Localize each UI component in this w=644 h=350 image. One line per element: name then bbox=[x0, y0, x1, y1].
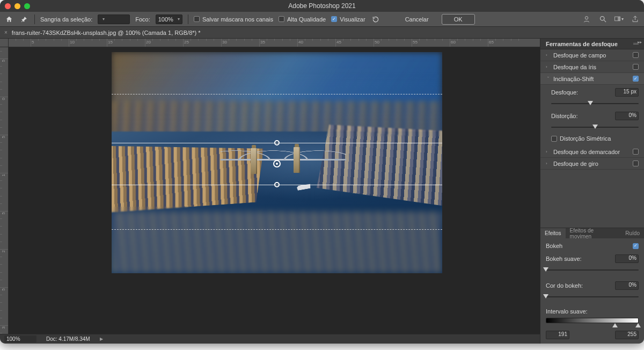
canvas[interactable] bbox=[9, 47, 540, 334]
tilt-shift-controls: Desfoque: 15 px Distorção: 0% Distorção … bbox=[540, 85, 644, 146]
selection-bleed-label: Sangria da seleção: bbox=[40, 16, 92, 23]
save-mask-checkbox[interactable]: Salvar máscara nos canais bbox=[194, 16, 273, 23]
path-blur-section[interactable]: ›Desfoque do demarcador bbox=[540, 146, 644, 158]
document-tab-label: frans-ruiter-743SKdZBsHk-unsplash.jpg @ … bbox=[12, 30, 201, 36]
maximize-icon[interactable] bbox=[24, 3, 30, 9]
tiltshift-handle-bottom[interactable] bbox=[274, 182, 280, 187]
light-range-label: Intervalo suave: bbox=[546, 308, 639, 315]
light-bokeh-label: Bokeh suave: bbox=[546, 256, 582, 262]
bokeh-color-label: Cor do bokeh: bbox=[546, 282, 583, 289]
bokeh-color-slider[interactable] bbox=[546, 294, 639, 300]
tiltshift-center-pin[interactable] bbox=[273, 160, 281, 167]
tab-noise[interactable]: Ruído bbox=[621, 228, 644, 238]
ruler-horizontal: 05101520253035404550556065 bbox=[9, 39, 540, 47]
doc-size-label: Doc: 4.17M/8.34M bbox=[46, 336, 90, 342]
tab-effects[interactable]: Efeitos bbox=[540, 228, 566, 238]
distortion-label: Distorção: bbox=[551, 113, 578, 119]
options-bar: Sangria da seleção: ▾ Foco: 100%▾ Salvar… bbox=[0, 12, 644, 27]
reset-icon[interactable] bbox=[371, 14, 380, 24]
selection-bleed-field[interactable]: ▾ bbox=[98, 14, 130, 24]
share-icon[interactable] bbox=[630, 14, 640, 24]
bokeh-checkbox[interactable] bbox=[633, 243, 639, 249]
light-range-low-field[interactable]: 191 bbox=[546, 331, 569, 339]
focus-label: Foco: bbox=[135, 16, 150, 23]
titlebar: Adobe Photoshop 2021 bbox=[0, 0, 644, 12]
svg-point-1 bbox=[600, 17, 604, 21]
iris-blur-section[interactable]: ›Desfoque da íris bbox=[540, 61, 644, 73]
home-icon[interactable] bbox=[4, 14, 14, 24]
blur-value-field[interactable]: 15 px bbox=[615, 88, 639, 97]
distortion-slider[interactable] bbox=[551, 125, 639, 130]
spin-blur-section[interactable]: ›Desfoque de giro bbox=[540, 158, 644, 170]
tiltshift-outer-top[interactable] bbox=[112, 94, 442, 94]
tiltshift-handle-top[interactable] bbox=[274, 140, 280, 145]
blur-tools-panel-header: Ferramentas de desfoque bbox=[540, 39, 644, 49]
ruler-vertical: 050515253545 bbox=[0, 47, 9, 334]
light-range-high-field[interactable]: 255 bbox=[615, 331, 639, 339]
ok-button[interactable]: OK bbox=[442, 14, 475, 25]
light-bokeh-slider[interactable] bbox=[546, 267, 639, 273]
tiltshift-outer-bottom[interactable] bbox=[112, 229, 442, 230]
app-title: Adobe Photoshop 2021 bbox=[0, 2, 644, 10]
focus-field[interactable]: 100%▾ bbox=[156, 14, 182, 24]
light-bokeh-field[interactable]: 0% bbox=[615, 254, 639, 263]
high-quality-checkbox[interactable]: Alta Qualidade bbox=[279, 16, 326, 23]
distortion-value-field[interactable]: 0% bbox=[615, 112, 639, 120]
panel-collapse-icon[interactable]: ▸▸ bbox=[638, 40, 642, 45]
document-tab[interactable]: × frans-ruiter-743SKdZBsHk-unsplash.jpg … bbox=[0, 27, 644, 39]
bokeh-label: Bokeh bbox=[546, 243, 562, 249]
light-range-gradient[interactable] bbox=[546, 318, 639, 323]
blur-label: Desfoque: bbox=[551, 89, 578, 96]
zoom-field[interactable]: 100% bbox=[4, 336, 36, 342]
pin-tool-icon[interactable] bbox=[19, 14, 29, 24]
tilt-shift-section[interactable]: ›Inclinação-Shift bbox=[540, 73, 644, 85]
bokeh-color-field[interactable]: 0% bbox=[615, 281, 639, 290]
svg-line-2 bbox=[604, 20, 606, 22]
cancel-button[interactable]: Cancelar bbox=[398, 14, 436, 25]
svg-point-0 bbox=[585, 16, 588, 19]
statusbar-menu-icon[interactable]: ▶ bbox=[100, 337, 103, 341]
close-tab-icon[interactable]: × bbox=[4, 30, 8, 35]
search-icon[interactable] bbox=[598, 14, 608, 24]
preview-checkbox[interactable]: Visualizar bbox=[331, 16, 365, 23]
cloud-docs-icon[interactable] bbox=[582, 14, 591, 24]
minimize-icon[interactable] bbox=[14, 3, 20, 9]
tab-motion-effects[interactable]: Efeitos de movimen bbox=[566, 228, 621, 238]
svg-rect-4 bbox=[618, 17, 620, 21]
status-bar: 100% Doc: 4.17M/8.34M ▶ bbox=[0, 334, 540, 344]
symmetric-distortion-checkbox[interactable]: Distorção Simétrica bbox=[551, 135, 639, 142]
workspace-icon[interactable]: ▾ bbox=[614, 14, 624, 24]
blur-slider[interactable] bbox=[551, 101, 639, 106]
close-icon[interactable] bbox=[5, 3, 11, 9]
field-blur-section[interactable]: ›Desfoque de campo bbox=[540, 49, 644, 61]
document-image[interactable] bbox=[112, 52, 442, 273]
